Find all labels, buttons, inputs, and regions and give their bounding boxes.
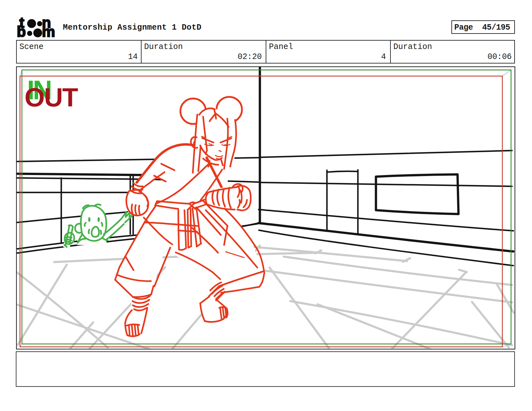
svg-text:OUT: OUT bbox=[25, 83, 78, 112]
